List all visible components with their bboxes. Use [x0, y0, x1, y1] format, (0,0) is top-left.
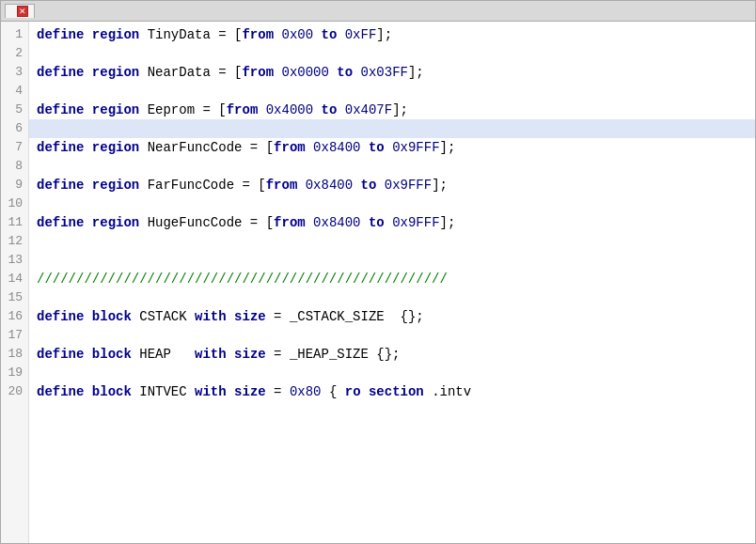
line-number: 7 [1, 138, 28, 157]
code-line [29, 194, 755, 213]
code-lines[interactable]: define region TinyData = [from 0x00 to 0… [29, 22, 755, 543]
code-line [29, 82, 755, 101]
code-line: define region NearData = [from 0x0000 to… [29, 63, 755, 82]
code-line [29, 364, 755, 382]
line-numbers: 1234567891011121314151617181920 [1, 22, 29, 543]
code-line: define region FarFuncCode = [from 0x8400… [29, 176, 755, 194]
code-line [29, 251, 755, 270]
line-number: 13 [1, 251, 28, 270]
line-number: 2 [1, 44, 28, 63]
line-number: 4 [1, 82, 28, 101]
close-button[interactable]: ✕ [17, 6, 28, 17]
line-number: 11 [1, 213, 28, 232]
line-number: 19 [1, 364, 28, 382]
code-line: define region NearFuncCode = [from 0x840… [29, 138, 755, 157]
line-number: 17 [1, 326, 28, 345]
title-tab: ✕ [5, 4, 35, 18]
line-number: 9 [1, 176, 28, 194]
line-number: 5 [1, 101, 28, 119]
line-number: 18 [1, 345, 28, 364]
code-line [29, 232, 755, 251]
code-line: define block CSTACK with size = _CSTACK_… [29, 307, 755, 326]
code-line [29, 326, 755, 345]
line-number: 1 [1, 25, 28, 44]
line-number: 15 [1, 288, 28, 307]
code-line [29, 119, 755, 138]
code-line [29, 288, 755, 307]
code-line [29, 44, 755, 63]
line-number: 3 [1, 63, 28, 82]
line-number: 10 [1, 194, 28, 213]
code-line: define region HugeFuncCode = [from 0x840… [29, 213, 755, 232]
title-bar: ✕ [1, 1, 755, 22]
code-line: define block INTVEC with size = 0x80 { r… [29, 382, 755, 401]
code-line: ////////////////////////////////////////… [29, 270, 755, 288]
code-line [29, 157, 755, 176]
line-number: 6 [1, 119, 28, 138]
line-number: 14 [1, 270, 28, 288]
code-line: define region Eeprom = [from 0x4000 to 0… [29, 101, 755, 119]
code-area: 1234567891011121314151617181920 define r… [1, 22, 755, 543]
line-number: 16 [1, 307, 28, 326]
line-number: 8 [1, 157, 28, 176]
editor-window: ✕ 1234567891011121314151617181920 define… [0, 0, 756, 544]
line-number: 12 [1, 232, 28, 251]
code-line: define region TinyData = [from 0x00 to 0… [29, 25, 755, 44]
line-number: 20 [1, 382, 28, 401]
code-line: define block HEAP with size = _HEAP_SIZE… [29, 345, 755, 364]
